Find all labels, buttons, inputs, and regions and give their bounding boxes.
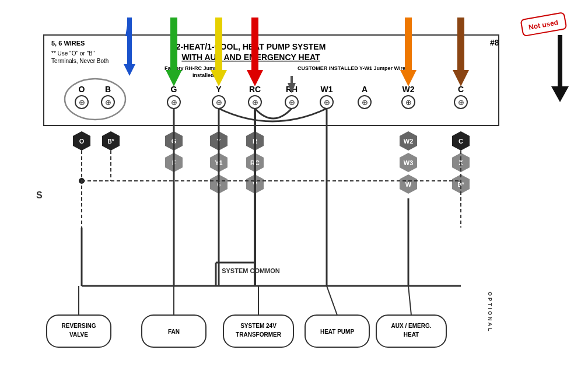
svg-text:Not used: Not used — [528, 18, 559, 32]
orange-arrowhead — [400, 70, 416, 86]
transformer-box — [223, 315, 293, 347]
svg-point-10 — [454, 96, 467, 109]
terminal-o-label: O — [79, 85, 85, 94]
terminal-c-plus: ⊕ — [458, 98, 464, 107]
fan-box — [142, 315, 206, 347]
heat-pump-label: HEAT PUMP — [320, 328, 354, 335]
customer-label: CUSTOMER INSTALLED Y-W1 Jumper Wire — [298, 65, 405, 71]
hex-w2-label: W2 — [404, 138, 414, 145]
y-w1-jumper — [219, 109, 327, 121]
hex-bstar — [102, 131, 120, 151]
svg-point-4 — [212, 96, 225, 109]
reversing-valve-label: REVERSING — [62, 323, 96, 329]
hex-w3-label: W3 — [404, 159, 414, 166]
terminal-rc-label: RC — [249, 85, 261, 94]
svg-point-3 — [167, 96, 180, 109]
hex-r — [246, 131, 264, 151]
hex-f — [165, 153, 183, 172]
svg-point-6 — [285, 96, 298, 109]
terminal-a-plus: ⊕ — [362, 98, 368, 107]
not-used-arrowhead — [551, 86, 569, 102]
svg-rect-11 — [521, 12, 567, 36]
title-line2: WITH AUX AND EMERGENCY HEAT — [181, 53, 320, 62]
installed-label: Installed — [192, 72, 214, 78]
terminal-g-label: G — [171, 85, 177, 94]
terminal-g-plus: ⊕ — [171, 98, 177, 107]
terminal-c-label: C — [458, 85, 464, 94]
hex-y1-label: Y1 — [215, 159, 222, 166]
terminal-w2-plus: ⊕ — [405, 98, 412, 107]
terminal-w2-label: W2 — [402, 85, 415, 94]
s-label: S — [36, 190, 43, 200]
hex-x — [452, 153, 470, 172]
hex-r-label: R — [253, 138, 257, 145]
svg-point-2 — [102, 96, 114, 109]
terminal-a-label: A — [362, 85, 368, 94]
blue-arrow-shaft — [128, 36, 131, 68]
svg-point-5 — [249, 96, 261, 109]
hex-rc — [246, 153, 264, 172]
aux-heat-label2: HEAT — [404, 331, 419, 338]
gray-arrowhead — [288, 83, 296, 93]
svg-rect-0 — [44, 35, 499, 125]
factory-label: Factory RH-RC Jumper — [164, 65, 223, 71]
heat-pump-box — [305, 315, 369, 347]
terminal-rh-plus: ⊕ — [289, 98, 295, 107]
reversing-valve-label2: VALVE — [69, 331, 88, 338]
hex-y — [210, 131, 228, 151]
hex-w2 — [400, 131, 417, 151]
junction-dot — [79, 178, 85, 184]
wires-label: 5, 6 WIRES — [51, 40, 85, 47]
hex-rc-label: RC — [250, 159, 260, 166]
terminal-w1-plus: ⊕ — [324, 98, 330, 107]
ob-circle — [65, 79, 125, 120]
hex-v-label: V — [253, 181, 257, 188]
hex-w-label: W — [405, 181, 412, 188]
terminal-y-label: Y — [216, 85, 222, 94]
reversing-valve-box — [47, 315, 111, 347]
number-label: #8 — [490, 38, 499, 47]
hex-bstar2-label: B* — [457, 181, 464, 188]
hex-w — [400, 174, 417, 194]
svg-point-1 — [75, 96, 88, 109]
svg-point-8 — [358, 96, 371, 109]
hex-y1 — [210, 153, 228, 172]
svg-point-9 — [402, 96, 415, 109]
optional-label: OPTIONAL — [487, 292, 493, 333]
hex-6-label: 6 — [217, 181, 220, 188]
title-line1: 2-HEAT/1-COOL, HEAT PUMP SYSTEM — [176, 42, 326, 51]
hex-g-label: G — [172, 138, 177, 145]
aux-connector — [408, 286, 411, 315]
hex-bstar-label: B* — [107, 138, 114, 145]
hex-c — [452, 131, 470, 151]
transformer-label2: TRANSFORMER — [236, 331, 282, 338]
hex-o-label: O — [79, 138, 85, 145]
system-common-label: SYSTEM COMMON — [222, 267, 280, 274]
rc-rh-jumper — [255, 109, 292, 118]
transformer-label1: SYSTEM 24V — [240, 323, 276, 329]
terminal-y-plus: ⊕ — [216, 98, 222, 107]
fan-label: FAN — [168, 328, 180, 335]
yellow-arrowhead — [211, 70, 227, 86]
terminals-never-label: Terminals, Never Both — [51, 58, 108, 64]
green-arrowhead — [166, 70, 182, 86]
hex-w3 — [400, 153, 417, 172]
aux-heat-box — [376, 315, 446, 347]
use-o-label: ** Use "O" or "B" — [51, 50, 95, 57]
red-arrowhead — [247, 70, 263, 86]
terminal-b-label: B — [105, 85, 111, 94]
terminal-b-plus: ⊕ — [105, 98, 111, 107]
hex-c-label: C — [459, 138, 463, 145]
terminal-rh-label: RH — [286, 85, 298, 94]
hex-bstar2 — [452, 174, 470, 194]
hex-6 — [210, 174, 228, 194]
terminal-rc-plus: ⊕ — [252, 98, 258, 107]
terminal-o-plus: ⊕ — [79, 98, 85, 107]
blue-arrow-head — [125, 18, 131, 36]
hex-f-label: F — [172, 159, 176, 166]
not-used-badge: Not used — [521, 12, 567, 36]
hex-x-label: X — [459, 159, 463, 166]
hex-y-label: Y — [216, 138, 221, 145]
hp-connector — [327, 286, 337, 315]
hex-g — [165, 131, 183, 151]
